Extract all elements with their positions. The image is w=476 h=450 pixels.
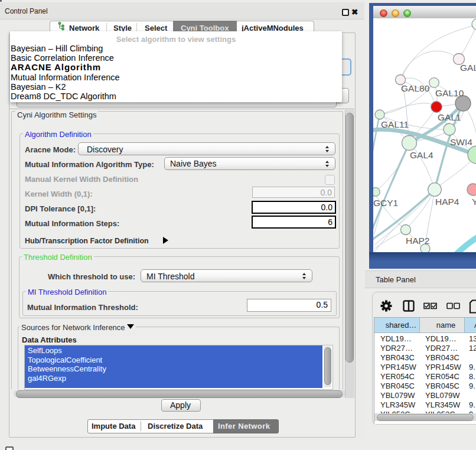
svg-text:GCY1: GCY1 xyxy=(373,198,398,208)
svg-text:GAL1: GAL1 xyxy=(438,112,461,122)
svg-text:SWI4: SWI4 xyxy=(450,137,472,147)
svg-text:HAP2: HAP2 xyxy=(406,236,430,246)
svg-text:HAP4: HAP4 xyxy=(435,197,459,207)
svg-text:Y: Y xyxy=(472,197,476,207)
svg-text:GAL10: GAL10 xyxy=(435,88,464,98)
svg-text:GAL11: GAL11 xyxy=(381,119,409,129)
svg-text:GAL80: GAL80 xyxy=(401,83,430,93)
svg-text:GAL7: GAL7 xyxy=(460,63,476,73)
svg-text:GAL4: GAL4 xyxy=(410,150,433,160)
